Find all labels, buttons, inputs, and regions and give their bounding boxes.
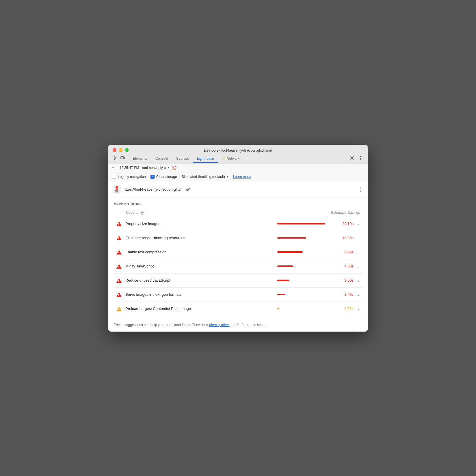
opportunity-bar-container — [277, 265, 335, 267]
maximize-button[interactable] — [125, 148, 129, 152]
learn-more-link[interactable]: Learn more — [233, 175, 251, 179]
opportunity-bar — [277, 251, 303, 253]
opportunity-savings: 22.10s — [339, 222, 354, 226]
opportunity-row[interactable]: Serve images in next-gen formats2.40s⌄ — [114, 287, 362, 302]
add-tab-button[interactable]: + — [111, 165, 115, 170]
close-button[interactable] — [113, 148, 116, 152]
opportunities-section: OPPORTUNITIES Opportunity Estimated Savi… — [108, 198, 368, 316]
url-divider — [117, 165, 117, 170]
device-toggle-icon[interactable] — [120, 155, 125, 161]
opportunity-savings: 2.40s — [339, 292, 354, 297]
tab-network-label: Network — [227, 157, 239, 161]
opportunity-bar — [277, 294, 285, 295]
opportunity-name: Enable text compression — [125, 250, 274, 254]
expand-chevron-icon[interactable]: ⌄ — [357, 250, 360, 254]
tab-network[interactable]: ⚠ Network — [218, 155, 243, 163]
opportunity-savings: 0.23s — [339, 306, 354, 311]
warning-icon — [116, 306, 122, 312]
opportunity-name: Minify JavaScript — [125, 264, 274, 268]
throttle-item: Simulated throttling (default) ▾ — [182, 175, 228, 179]
opportunity-bar-container — [277, 308, 335, 309]
devtools-icons — [113, 155, 125, 162]
opportunity-row[interactable]: Reduce unused JavaScript3.60s⌄ — [114, 273, 362, 287]
warning-icon — [116, 221, 122, 227]
svg-rect-7 — [115, 191, 119, 191]
url-bar: + 12:35:47 PM - foul-heavenly-c ▾ 🚫 — [108, 163, 368, 172]
opportunity-name: Eliminate render-blocking resources — [125, 236, 274, 240]
warning-icon — [116, 263, 122, 269]
window-title: DevTools - foul-heavenly-direction.glitc… — [113, 148, 363, 153]
directly-affect-link[interactable]: directly affect — [209, 323, 229, 327]
main-content: https://foul-heavenly-direction.glitch.m… — [108, 181, 368, 332]
lighthouse-logo-icon — [113, 185, 121, 194]
current-url: 12:35:47 PM - foul-heavenly-c — [120, 166, 166, 170]
opportunity-row[interactable]: Properly size images22.10s⌄ — [114, 217, 362, 231]
expand-chevron-icon[interactable]: ⌄ — [357, 264, 360, 268]
opportunities-list: Properly size images22.10s⌄Eliminate ren… — [114, 217, 362, 316]
col-opportunity: Opportunity — [126, 211, 144, 215]
opportunity-bar — [277, 280, 289, 281]
block-network-icon[interactable]: 🚫 — [172, 166, 176, 170]
opportunity-bar-container — [277, 280, 335, 281]
legacy-nav-label: Legacy navigation — [118, 175, 146, 179]
tab-elements[interactable]: Elements — [129, 155, 151, 163]
settings-icon[interactable] — [349, 155, 355, 161]
lighthouse-header: https://foul-heavenly-direction.glitch.m… — [108, 181, 368, 198]
opportunity-savings: 3.60s — [339, 278, 354, 282]
expand-chevron-icon[interactable]: ⌄ — [357, 293, 360, 297]
svg-rect-0 — [121, 157, 124, 159]
opportunity-bar-container — [277, 223, 335, 224]
opportunity-bar-container — [277, 251, 335, 253]
tab-console[interactable]: Console — [151, 155, 172, 163]
expand-chevron-icon[interactable]: ⌄ — [357, 222, 360, 226]
opportunity-row[interactable]: Preload Largest Contentful Paint image0.… — [114, 302, 362, 316]
warning-icon — [116, 292, 122, 298]
opportunity-name: Preload Largest Contentful Paint image — [125, 306, 274, 311]
expand-chevron-icon[interactable]: ⌄ — [357, 236, 360, 240]
more-options-icon[interactable]: ⋮ — [358, 155, 363, 161]
legacy-nav-checkbox[interactable] — [112, 175, 116, 179]
url-dropdown-arrow[interactable]: ▾ — [168, 166, 169, 170]
throttle-label: Simulated throttling (default) — [182, 175, 225, 179]
network-warning-icon: ⚠ — [222, 157, 226, 161]
tab-sources[interactable]: Sources — [172, 155, 193, 163]
lighthouse-menu-icon[interactable]: ⋮ — [358, 186, 363, 193]
opportunity-bar — [277, 265, 293, 267]
opportunity-savings: 10.25s — [339, 236, 354, 240]
lighthouse-url: https://foul-heavenly-direction.glitch.m… — [124, 187, 190, 191]
tab-lighthouse[interactable]: Lighthouse — [193, 155, 218, 163]
svg-point-2 — [351, 157, 353, 159]
expand-chevron-icon[interactable]: ⌄ — [357, 278, 360, 282]
legacy-nav-item: Legacy navigation — [112, 175, 146, 179]
cursor-icon[interactable] — [113, 155, 118, 161]
clear-storage-label: Clear storage — [156, 175, 177, 179]
minimize-button[interactable] — [119, 148, 122, 152]
footer-text-after: the Performance score. — [230, 323, 267, 327]
lighthouse-url-row: https://foul-heavenly-direction.glitch.m… — [113, 185, 190, 194]
svg-rect-1 — [124, 157, 125, 159]
svg-rect-6 — [115, 190, 118, 191]
opportunity-row[interactable]: Eliminate render-blocking resources10.25… — [114, 231, 362, 245]
svg-rect-9 — [116, 188, 118, 189]
opportunity-savings: 8.85s — [339, 250, 354, 254]
tab-bar: Elements Console Sources Lighthouse ⚠ Ne… — [113, 155, 363, 163]
section-title: OPPORTUNITIES — [114, 202, 362, 206]
expand-chevron-icon[interactable]: ⌄ — [357, 307, 360, 311]
footer-note: These suggestions can help your page loa… — [108, 318, 368, 332]
toolbar: Legacy navigation ✓ Clear storage Simula… — [108, 172, 368, 181]
tab-more[interactable]: » — [243, 155, 250, 163]
clear-storage-checkbox[interactable]: ✓ — [150, 175, 155, 179]
opportunity-name: Serve images in next-gen formats — [125, 292, 274, 297]
opportunity-bar — [277, 223, 325, 224]
url-display: 12:35:47 PM - foul-heavenly-c ▾ — [120, 166, 169, 170]
opportunity-savings: 4.80s — [339, 264, 354, 268]
throttle-dropdown-arrow[interactable]: ▾ — [227, 175, 228, 178]
opportunity-row[interactable]: Minify JavaScript4.80s⌄ — [114, 259, 362, 273]
table-header: Opportunity Estimated Savings — [114, 209, 362, 216]
opportunity-name: Reduce unused JavaScript — [125, 278, 274, 282]
warning-icon — [116, 278, 122, 283]
col-savings: Estimated Savings — [331, 211, 360, 215]
opportunity-bar — [277, 308, 279, 309]
opportunity-bar — [277, 237, 306, 239]
opportunity-row[interactable]: Enable text compression8.85s⌄ — [114, 245, 362, 259]
